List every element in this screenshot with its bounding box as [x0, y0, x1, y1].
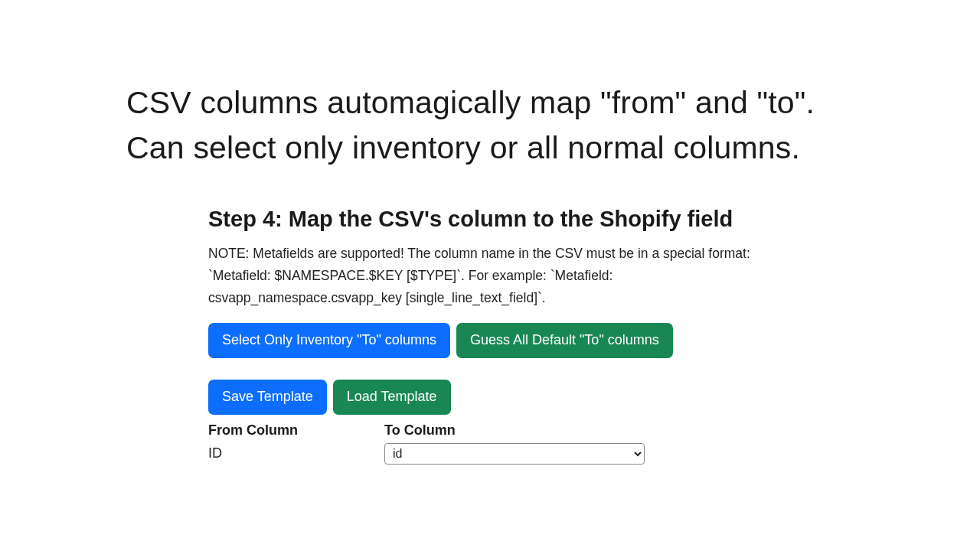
- guess-all-default-button[interactable]: Guess All Default "To" columns: [456, 323, 673, 358]
- load-template-button[interactable]: Load Template: [333, 380, 451, 415]
- select-only-inventory-button[interactable]: Select Only Inventory "To" columns: [208, 323, 450, 358]
- slide-container: CSV columns automagically map "from" and…: [0, 0, 980, 551]
- from-column-value: ID: [208, 445, 384, 461]
- save-template-button[interactable]: Save Template: [208, 380, 327, 415]
- to-column-select[interactable]: id: [384, 443, 645, 465]
- headline-line-2: Can select only inventory or all normal …: [126, 130, 800, 165]
- metafields-note: NOTE: Metafields are supported! The colu…: [208, 243, 760, 309]
- column-preset-button-row: Select Only Inventory "To" columns Guess…: [208, 323, 775, 358]
- mapping-row: ID id: [208, 443, 775, 465]
- to-column-header: To Column: [384, 422, 456, 439]
- mapping-table-header: From Column To Column: [208, 422, 775, 439]
- from-column-header: From Column: [208, 422, 384, 439]
- slide-headline: CSV columns automagically map "from" and…: [126, 80, 854, 171]
- step-heading: Step 4: Map the CSV's column to the Shop…: [208, 207, 775, 232]
- template-button-row: Save Template Load Template: [208, 380, 775, 415]
- headline-line-1: CSV columns automagically map "from" and…: [126, 85, 815, 120]
- mapping-panel: Step 4: Map the CSV's column to the Shop…: [208, 207, 775, 465]
